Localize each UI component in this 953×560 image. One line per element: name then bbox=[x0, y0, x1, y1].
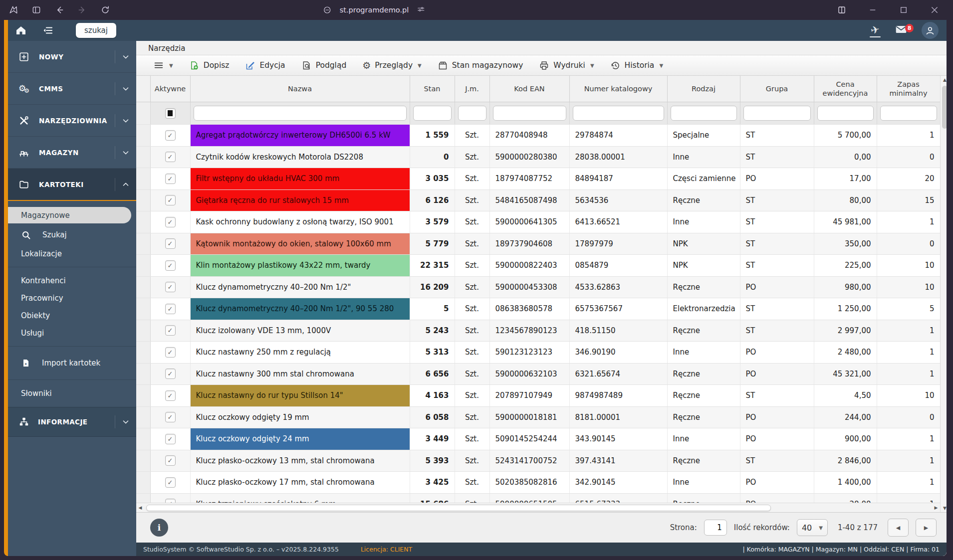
horizontal-scroll-thumb[interactable] bbox=[146, 505, 771, 511]
column-header-kat[interactable]: Numer katalogowy bbox=[569, 76, 667, 102]
column-header-ind[interactable] bbox=[136, 76, 150, 102]
filter-input-grupa[interactable] bbox=[743, 106, 811, 121]
filter-input-stan[interactable] bbox=[413, 106, 452, 121]
sidebar-item-magazyn[interactable]: MAGAZYN bbox=[8, 137, 136, 169]
column-header-active[interactable]: Aktywne bbox=[150, 76, 190, 102]
column-header-jm[interactable]: J.m. bbox=[455, 76, 489, 102]
podglad-button[interactable]: Podgląd bbox=[295, 58, 353, 73]
table-row[interactable]: ✓Giętarka ręczna do rur stalowych 15 mm6… bbox=[136, 189, 940, 211]
table-row[interactable]: ✓Klin montażowy plastikowy 43x22 mm, twa… bbox=[136, 255, 940, 277]
page-size-select[interactable]: 40▼ bbox=[797, 519, 828, 536]
table-row[interactable]: ✓Klucz płasko-oczkowy 17 mm, stal chromo… bbox=[136, 472, 940, 494]
table-row[interactable]: ✓Klucz oczkowy odgięty 19 mm6 058Szt.590… bbox=[136, 406, 940, 428]
scroll-down-icon[interactable]: ▼ bbox=[943, 504, 947, 512]
sidebar-subitem-lokalizacje[interactable]: Lokalizacje bbox=[8, 245, 136, 262]
column-header-stan[interactable]: Stan bbox=[410, 76, 455, 102]
page-input[interactable] bbox=[704, 520, 727, 536]
next-page-button[interactable]: ▶ bbox=[916, 519, 937, 537]
row-checkbox[interactable]: ✓ bbox=[165, 390, 176, 401]
table-row[interactable]: ✓Agregat prądotwórczy inwerterowy DH6500… bbox=[136, 125, 940, 147]
address-bar[interactable]: st.programdemo.pl bbox=[323, 5, 426, 14]
sidebar-toggle-icon[interactable] bbox=[31, 4, 42, 15]
table-row[interactable]: ✓Kątownik montażowy do okien, stalowy 10… bbox=[136, 233, 940, 255]
filter-input-rodzaj[interactable] bbox=[671, 106, 737, 121]
stan-magazynowy-button[interactable]: Stan magazynowy bbox=[432, 58, 529, 73]
column-header-cena[interactable]: Cena ewidencyjna bbox=[814, 76, 877, 102]
column-header-ean[interactable]: Kod EAN bbox=[489, 76, 569, 102]
row-checkbox[interactable]: ✓ bbox=[165, 325, 176, 336]
sidebar-subitem-uslugi[interactable]: Usługi bbox=[8, 324, 136, 342]
close-icon[interactable] bbox=[929, 4, 940, 15]
flights-icon[interactable]: ✈ bbox=[870, 24, 881, 37]
sidebar-subitem-import-kartotek[interactable]: xImport kartotek bbox=[8, 351, 136, 375]
row-checkbox[interactable]: ✓ bbox=[165, 217, 176, 227]
minimize-icon[interactable] bbox=[867, 4, 878, 15]
szukaj-button[interactable]: szukaj bbox=[76, 23, 116, 38]
filter-input-name[interactable] bbox=[194, 106, 407, 121]
sidebar-item-narzedziownia[interactable]: NARZĘDZIOWNIA bbox=[8, 105, 136, 137]
horizontal-scrollbar[interactable]: ◀ ▶ bbox=[136, 503, 940, 512]
forward-icon[interactable] bbox=[77, 4, 88, 15]
menu-button[interactable]: ▼ bbox=[147, 57, 179, 73]
sidebar-subitem-slowniki[interactable]: Słowniki bbox=[8, 384, 136, 402]
row-checkbox[interactable]: ✓ bbox=[165, 282, 176, 292]
table-row[interactable]: ✓Klucz nastawny do rur typu Stillson 14"… bbox=[136, 385, 940, 407]
table-row[interactable]: ✓Filtr wstępny do układu HVAC 300 mm3 03… bbox=[136, 168, 940, 190]
menu-collapse-icon[interactable] bbox=[42, 24, 54, 36]
sidebar-item-kartoteki[interactable]: KARTOTEKI bbox=[8, 169, 136, 201]
column-header-grupa[interactable]: Grupa bbox=[740, 76, 814, 102]
column-header-name[interactable]: Nazwa bbox=[190, 76, 410, 102]
sidebar-item-informacje[interactable]: INFORMACJE bbox=[8, 407, 136, 437]
row-checkbox[interactable]: ✓ bbox=[165, 477, 176, 488]
przeglady-button[interactable]: ⚙Przeglądy▼ bbox=[356, 58, 428, 73]
mail-icon[interactable]: 8 bbox=[895, 23, 908, 38]
page-settings-icon[interactable] bbox=[417, 5, 426, 14]
vertical-scroll-thumb[interactable] bbox=[942, 86, 947, 129]
sidebar-item-cmms[interactable]: ⚙⚙CMMS bbox=[8, 73, 136, 105]
sidebar-subitem-magazynowe[interactable]: Magazynowe bbox=[8, 207, 131, 223]
user-avatar[interactable] bbox=[922, 22, 939, 39]
column-header-rodzaj[interactable]: Rodzaj bbox=[667, 76, 740, 102]
back-icon[interactable] bbox=[54, 4, 65, 15]
table-row[interactable]: ✓Klucz nastawny 250 mm z regulacją5 313S… bbox=[136, 342, 940, 364]
table-row[interactable]: ✓Klucz izolowany VDE 13 mm, 1000V5 243Sz… bbox=[136, 320, 940, 342]
prev-page-button[interactable]: ◀ bbox=[888, 519, 909, 537]
filter-input-cena[interactable] bbox=[817, 106, 874, 121]
reload-icon[interactable] bbox=[100, 4, 111, 15]
split-view-icon[interactable] bbox=[836, 4, 847, 15]
scroll-left-icon[interactable]: ◀ bbox=[136, 504, 144, 512]
scroll-up-icon[interactable]: ▲ bbox=[943, 76, 947, 84]
sidebar-subitem-obiekty[interactable]: Obiekty bbox=[8, 307, 136, 324]
wydruki-button[interactable]: Wydruki▼ bbox=[533, 58, 600, 73]
table-row[interactable]: ✓Kask ochronny budowlany z osłoną twarzy… bbox=[136, 211, 940, 233]
table-row[interactable]: ✓Klucz dynamometryczny 40–200 Nm 1/2"16 … bbox=[136, 276, 940, 298]
row-checkbox[interactable]: ✓ bbox=[165, 434, 176, 444]
dopisz-button[interactable]: Dopisz bbox=[183, 58, 236, 73]
edycja-button[interactable]: Edycja bbox=[239, 58, 291, 73]
table-row[interactable]: ✓Klucz dynamometryczny 40–200 Nm 1/2", 9… bbox=[136, 298, 940, 320]
tab-narzedzia[interactable]: Narzędzia bbox=[148, 44, 185, 55]
filter-input-ean[interactable] bbox=[493, 106, 566, 121]
sidebar-subitem-szukaj[interactable]: Szukaj bbox=[8, 225, 136, 245]
row-checkbox[interactable]: ✓ bbox=[165, 152, 176, 162]
filter-input-zapas[interactable] bbox=[880, 106, 937, 121]
sidebar-item-nowy[interactable]: NOWY bbox=[8, 41, 136, 73]
row-checkbox[interactable]: ✓ bbox=[165, 238, 176, 249]
row-checkbox[interactable]: ✓ bbox=[165, 174, 176, 184]
scroll-right-icon[interactable]: ▶ bbox=[932, 504, 940, 512]
row-checkbox[interactable]: ✓ bbox=[165, 369, 176, 379]
sidebar-subitem-pracownicy[interactable]: Pracownicy bbox=[8, 289, 136, 307]
filter-input-jm[interactable] bbox=[458, 106, 486, 121]
info-icon[interactable]: i bbox=[150, 519, 168, 537]
table-row[interactable]: ✓Klucz nastawny 300 mm stal chromowana6 … bbox=[136, 363, 940, 385]
home-icon[interactable] bbox=[15, 24, 27, 36]
row-checkbox[interactable]: ✓ bbox=[165, 455, 176, 466]
row-checkbox[interactable]: ✓ bbox=[165, 304, 176, 314]
filter-input-kat[interactable] bbox=[573, 106, 664, 121]
row-checkbox[interactable]: ✓ bbox=[165, 130, 176, 141]
sidebar-subitem-kontrahenci[interactable]: Kontrahenci bbox=[8, 272, 136, 289]
row-checkbox[interactable]: ✓ bbox=[165, 412, 176, 422]
row-checkbox[interactable]: ✓ bbox=[165, 195, 176, 205]
vertical-scrollbar[interactable]: ▲ ▼ bbox=[940, 76, 947, 512]
column-header-zapas[interactable]: Zapas minimalny bbox=[877, 76, 940, 102]
